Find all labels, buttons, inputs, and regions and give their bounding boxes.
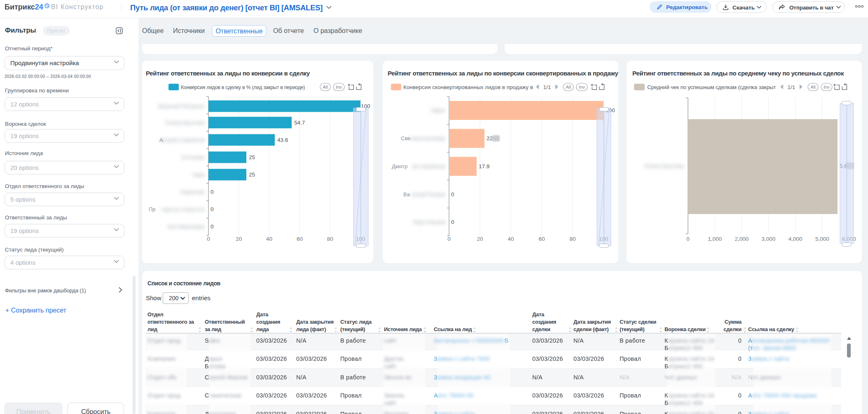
svg-text:Пр: Пр <box>149 206 156 212</box>
svg-text:Антонова: Антонова <box>181 154 205 160</box>
svg-text:5,000: 5,000 <box>815 236 829 242</box>
svg-text:0: 0 <box>447 236 451 242</box>
svg-text:силий Петров: силий Петров <box>411 191 445 198</box>
svg-text:4,000: 4,000 <box>788 236 802 242</box>
svg-text:54.7: 54.7 <box>294 120 305 126</box>
svg-text:17.9: 17.9 <box>479 163 489 169</box>
svg-text:Борисова: Борисова <box>181 189 205 195</box>
svg-text:митрий Самойлов: митрий Самойлов <box>159 137 205 143</box>
svg-text:All: All <box>566 85 571 89</box>
svg-text:0: 0 <box>211 223 214 230</box>
svg-text:0: 0 <box>211 189 214 195</box>
svg-text:Inv: Inv <box>579 85 585 89</box>
svg-text:Елена Крылова: Елена Крылова <box>645 163 684 169</box>
svg-text:All: All <box>810 85 815 89</box>
svg-text:Дмитр: Дмитр <box>392 163 407 169</box>
svg-text:ий Самойлов: ий Самойлов <box>412 163 445 169</box>
svg-text:0: 0 <box>207 236 210 242</box>
svg-text:1,000: 1,000 <box>708 236 722 242</box>
svg-text:20: 20 <box>236 236 242 242</box>
svg-text:All: All <box>323 85 328 89</box>
svg-text:Inv: Inv <box>336 85 342 89</box>
svg-text:40: 40 <box>266 236 272 242</box>
svg-text:Inv: Inv <box>824 85 830 89</box>
svg-text:Средний чек по успешным сделка: Средний чек по успешным сделкам (сделка … <box>647 84 776 90</box>
svg-text:2,000: 2,000 <box>735 236 749 242</box>
svg-text:Кира: Кира <box>193 172 205 178</box>
svg-text:Василий Петренко: Василий Петренко <box>159 103 205 109</box>
svg-text:0: 0 <box>686 236 690 242</box>
svg-text:1/1: 1/1 <box>788 84 795 90</box>
svg-text:40: 40 <box>508 236 514 242</box>
svg-text:0: 0 <box>451 191 454 198</box>
svg-text:43.6: 43.6 <box>277 137 288 143</box>
svg-text:Све: Све <box>401 135 410 141</box>
svg-text:3,000: 3,000 <box>762 236 776 242</box>
svg-text:Кира Ильина: Кира Ильина <box>413 219 446 225</box>
svg-text:Конверсия лидов в сделку в % (: Конверсия лидов в сделку в % (лид закрыт… <box>181 85 305 90</box>
svg-text:1/1: 1/1 <box>543 84 551 90</box>
svg-text:80: 80 <box>327 236 333 242</box>
svg-text:60: 60 <box>297 236 303 242</box>
svg-text:25: 25 <box>249 154 255 160</box>
svg-text:тлана Беляева: тлана Беляева <box>408 135 445 141</box>
svg-text:Офис: Офис <box>431 107 445 113</box>
svg-text:0: 0 <box>211 206 214 212</box>
svg-text:80: 80 <box>569 236 576 242</box>
svg-text:Зоя Николаева: Зоя Николаева <box>167 223 205 230</box>
svg-text:оцессы открытые: оцессы открытые <box>161 206 205 212</box>
svg-text:0: 0 <box>451 219 454 225</box>
svg-text:Ва: Ва <box>403 191 410 198</box>
svg-text:Елена Крылова: Елена Крылова <box>166 120 205 126</box>
svg-text:60: 60 <box>538 236 545 242</box>
svg-text:20: 20 <box>477 236 483 242</box>
svg-text:25: 25 <box>249 172 255 178</box>
svg-text:А: А <box>159 137 163 143</box>
svg-text:Конверсия сконвертированных ли: Конверсия сконвертированных лидов в прод… <box>403 84 533 90</box>
